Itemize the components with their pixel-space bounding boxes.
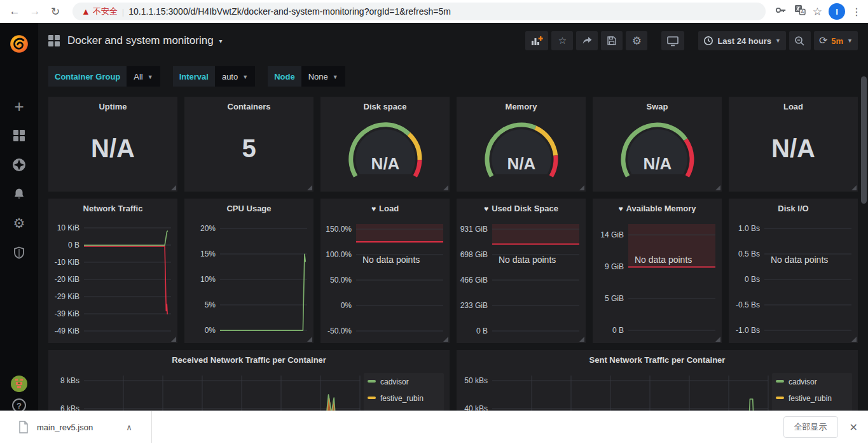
reload-icon[interactable]: ↻ [47, 3, 64, 20]
svg-text:-49 KiB: -49 KiB [55, 327, 79, 335]
download-bar: main_rev5.json ∧ 全部显示 ✕ [0, 411, 868, 443]
panel-disk-space: Disk spaceN/A [320, 97, 450, 192]
stat-value: 5 [184, 113, 313, 184]
panel-resize-handle[interactable] [171, 337, 176, 342]
panel-resize-handle[interactable] [579, 337, 584, 342]
gauge-svg: N/A [603, 117, 712, 183]
panel-title[interactable]: Swap [593, 97, 722, 113]
panel-cpu-usage: CPU Usage20%15%10%5%0% [184, 199, 313, 343]
svg-text:50.0%: 50.0% [330, 276, 352, 285]
panel-title[interactable]: Memory [457, 97, 586, 113]
svg-text:N/A: N/A [507, 154, 535, 173]
svg-text:-50.0%: -50.0% [327, 327, 352, 335]
download-options-caret-icon[interactable]: ∧ [126, 423, 132, 432]
panel-title[interactable]: ♥Load [320, 199, 450, 215]
sidebar-item-alerting[interactable] [0, 179, 38, 209]
panel-title[interactable]: Received Network Traffic per Container [48, 350, 450, 367]
svg-text:0 B: 0 B [476, 327, 488, 335]
grafana-logo-icon[interactable] [0, 29, 38, 59]
svg-text:100.0%: 100.0% [326, 250, 352, 259]
panel-title[interactable]: Load [729, 97, 858, 113]
scrollbar-thumb[interactable] [861, 76, 867, 204]
svg-text:No data points: No data points [635, 255, 692, 265]
svg-text:10 KiB: 10 KiB [57, 223, 79, 232]
graph-svg: 1.0 Bs0.5 Bs0 Bs-0.5 Bs-1.0 BsNo data po… [729, 199, 858, 343]
divider [151, 411, 152, 443]
browser-profile-avatar[interactable]: I [829, 3, 845, 20]
sidebar-item-server-admin[interactable] [0, 238, 38, 267]
sidebar-item-explore[interactable] [0, 150, 38, 179]
svg-text:0%: 0% [205, 326, 216, 335]
legend-label[interactable]: festive_rubin [789, 394, 832, 403]
panel-resize-handle[interactable] [307, 337, 312, 342]
panel-title[interactable]: CPU Usage [184, 199, 313, 215]
svg-text:-1.0 Bs: -1.0 Bs [736, 326, 760, 335]
svg-text:10%: 10% [200, 275, 216, 284]
close-download-bar-icon[interactable]: ✕ [850, 421, 858, 433]
sidebar-item-configuration[interactable]: ⚙ [0, 209, 38, 238]
browser-menu-icon[interactable]: ⋮ [851, 6, 862, 18]
legend-label[interactable]: cadvisor [789, 377, 817, 386]
svg-text:9 GiB: 9 GiB [605, 262, 624, 271]
separator: | [122, 7, 124, 17]
legend-label[interactable]: festive_rubin [380, 394, 424, 403]
panel-title[interactable]: ♥Available Memory [593, 199, 722, 215]
svg-text:-0.5 Bs: -0.5 Bs [736, 300, 760, 309]
show-all-downloads-button[interactable]: 全部显示 [783, 416, 838, 438]
svg-text:0 Bs: 0 Bs [745, 275, 760, 284]
svg-text:466 GiB: 466 GiB [460, 276, 488, 285]
dashboard-panel-grid: UptimeN/AContainers5Disk spaceN/AMemoryN… [0, 0, 868, 443]
back-icon[interactable]: ← [6, 3, 23, 20]
panel-title[interactable]: Uptime [48, 97, 177, 113]
svg-text:5 GiB: 5 GiB [605, 294, 624, 303]
alert-heart-icon: ♥ [618, 204, 623, 213]
panel-title[interactable]: Disk I/O [729, 199, 858, 215]
sidebar-item-create[interactable]: + [0, 92, 38, 121]
panel-resize-handle[interactable] [851, 337, 857, 342]
gauge-svg: N/A [331, 117, 439, 183]
svg-text:1.0 Bs: 1.0 Bs [738, 224, 760, 233]
sidebar-item-dashboards[interactable] [0, 121, 38, 150]
panel-resize-handle[interactable] [443, 185, 448, 190]
download-item[interactable]: main_rev5.json ∧ [10, 411, 140, 443]
user-avatar[interactable] [0, 369, 38, 398]
svg-text:0 B: 0 B [612, 326, 624, 335]
gauge-svg: N/A [467, 117, 575, 183]
svg-text:0%: 0% [341, 301, 352, 310]
address-bar[interactable]: ▲ 不安全 | 10.1.1.15:3000/d/H4IbVwtZk/docke… [72, 3, 766, 20]
forward-icon[interactable]: → [27, 3, 43, 20]
download-filename: main_rev5.json [37, 423, 93, 432]
bookmark-star-icon[interactable]: ☆ [813, 5, 822, 18]
graph-svg: 931 GiB698 GiB466 GiB233 GiB0 BNo data p… [457, 199, 586, 343]
grafana-sidebar: + ⚙ ? [0, 23, 38, 443]
svg-text:8 kBs: 8 kBs [60, 376, 79, 385]
legend-label[interactable]: cadvisor [380, 377, 409, 386]
security-warning[interactable]: ▲ 不安全 [81, 6, 118, 17]
svg-text:150.0%: 150.0% [326, 225, 352, 234]
panel-title[interactable]: Sent Network Traffic per Container [457, 350, 858, 367]
password-key-icon[interactable] [775, 4, 787, 19]
svg-text:698 GiB: 698 GiB [460, 250, 488, 259]
legend-swatch-cadvisor [776, 380, 784, 383]
panel-resize-handle[interactable] [715, 185, 720, 190]
graph-svg: 10 KiB0 B-10 KiB-20 KiB-29 KiB-39 KiB-49… [48, 199, 177, 343]
panel-resize-handle[interactable] [171, 185, 176, 190]
panel-resize-handle[interactable] [715, 337, 720, 342]
panel-title[interactable]: Containers [184, 97, 313, 113]
translate-icon[interactable]: A [794, 4, 806, 19]
svg-text:No data points: No data points [362, 255, 420, 265]
svg-text:-20 KiB: -20 KiB [55, 275, 79, 284]
graph-svg: 150.0%100.0%50.0%0%-50.0%No data points [320, 199, 450, 343]
panel-title[interactable]: Network Traffic [48, 199, 177, 215]
panel-title[interactable]: ♥Used Disk Space [457, 199, 586, 215]
svg-text:5%: 5% [205, 300, 216, 309]
svg-text:20%: 20% [200, 224, 216, 233]
svg-text:-29 KiB: -29 KiB [55, 292, 79, 301]
panel-title[interactable]: Disk space [320, 97, 450, 113]
panel-resize-handle[interactable] [307, 185, 312, 190]
panel-resize-handle[interactable] [443, 337, 448, 342]
svg-text:-39 KiB: -39 KiB [55, 309, 79, 318]
stat-value: N/A [729, 113, 858, 184]
panel-resize-handle[interactable] [851, 185, 857, 190]
panel-resize-handle[interactable] [579, 185, 584, 190]
